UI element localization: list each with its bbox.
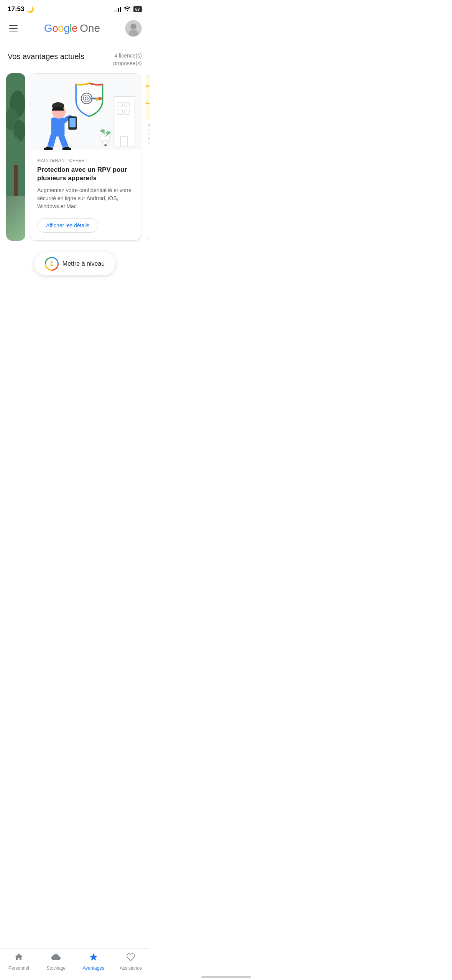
- status-icons: 67: [114, 6, 142, 12]
- moon-icon: 🌙: [26, 6, 34, 13]
- partial-card-left[interactable]: [6, 73, 25, 241]
- hamburger-line-3: [9, 31, 18, 31]
- battery-level: 67: [135, 7, 140, 12]
- hamburger-line-2: [9, 28, 18, 29]
- svg-rect-8: [14, 165, 18, 196]
- partial-card-image: [6, 73, 25, 241]
- hamburger-menu[interactable]: [8, 24, 19, 33]
- upgrade-label: Mettre à niveau: [62, 260, 105, 267]
- svg-point-21: [100, 129, 105, 132]
- hamburger-line-1: [9, 25, 18, 26]
- user-avatar[interactable]: [125, 20, 142, 37]
- upgrade-number: 1: [50, 260, 53, 267]
- section-header: Vos avantages actuels 4 licence(s)propos…: [0, 44, 150, 73]
- svg-point-1: [130, 24, 136, 30]
- vpn-illustration: [30, 74, 141, 150]
- card-description: Augmentez votre confidentialité et votre…: [37, 186, 134, 210]
- partial-right-bottom: M P A G e: [146, 120, 150, 148]
- app-logo: Google One: [44, 22, 100, 35]
- logo-o1: o: [52, 22, 58, 34]
- svg-point-20: [106, 131, 111, 134]
- cards-container[interactable]: MAINTENANT OFFERT Protection avec un RPV…: [0, 73, 150, 248]
- card-content: MAINTENANT OFFERT Protection avec un RPV…: [30, 150, 141, 240]
- battery-icon: 67: [133, 6, 142, 12]
- upgrade-container: 1 Mettre à niveau: [0, 248, 150, 283]
- card-illustration-container: [30, 74, 141, 150]
- partial-right-top: [146, 74, 150, 120]
- vpn-card[interactable]: MAINTENANT OFFERT Protection avec un RPV…: [30, 73, 141, 241]
- licenses-count: 4 licence(s)proposée(s): [113, 52, 142, 67]
- logo-g2: g: [64, 22, 69, 34]
- upgrade-badge: 1: [45, 257, 59, 271]
- one-logo: One: [80, 22, 100, 35]
- app-header: Google One: [0, 16, 150, 44]
- card-details-button[interactable]: Afficher les détails: [37, 218, 98, 233]
- partial-card-right[interactable]: M P A G e: [146, 73, 150, 241]
- status-time: 17:53 🌙: [8, 5, 34, 13]
- upgrade-button[interactable]: 1 Mettre à niveau: [34, 252, 115, 275]
- section-title: Vos avantages actuels: [8, 52, 84, 61]
- logo-e: e: [72, 22, 77, 34]
- svg-rect-30: [96, 98, 99, 100]
- avatar-image: [125, 20, 141, 36]
- signal-icon: [114, 7, 121, 12]
- google-logo: Google: [44, 22, 77, 35]
- card-label: MAINTENANT OFFERT: [37, 158, 134, 163]
- svg-rect-35: [69, 118, 76, 128]
- status-bar: 17:53 🌙 67: [0, 0, 150, 16]
- card-title: Protection avec un RPV pour plusieurs ap…: [37, 166, 134, 183]
- wifi-icon: [124, 6, 130, 12]
- svg-point-7: [6, 136, 22, 163]
- logo-o2: o: [58, 22, 64, 34]
- time-display: 17:53: [8, 5, 24, 13]
- logo-g: G: [44, 22, 52, 34]
